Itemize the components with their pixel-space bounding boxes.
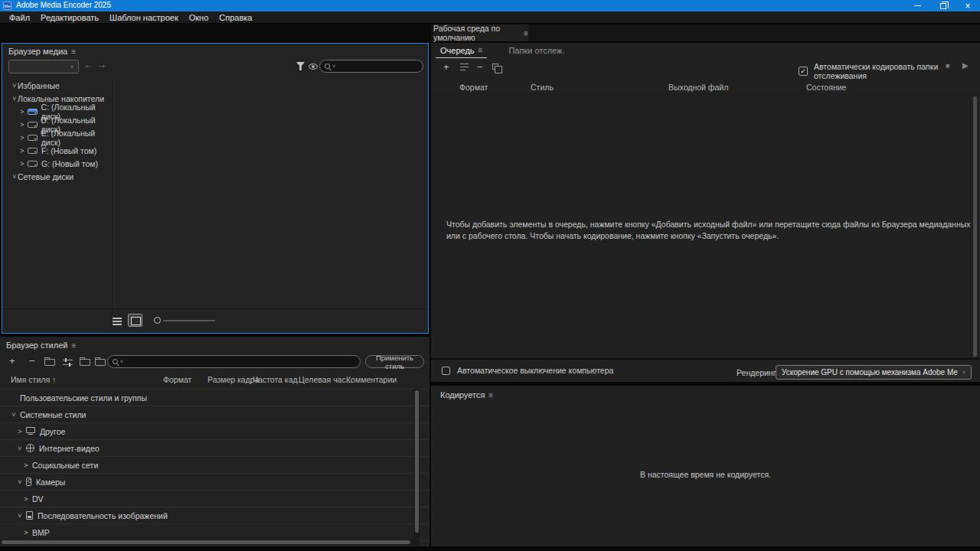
chevron-icon[interactable]: ˃ xyxy=(19,134,25,142)
remove-item-button[interactable]: − xyxy=(477,61,483,73)
scrollbar-thumb[interactable] xyxy=(2,540,410,544)
media-location-dropdown[interactable]: ˅ xyxy=(8,60,79,73)
stop-queue-button[interactable]: ■ xyxy=(946,62,949,70)
chevron-icon[interactable]: ˅ xyxy=(11,411,17,419)
media-search-box[interactable]: ˅ xyxy=(319,60,423,73)
renderer-dropdown[interactable]: Ускорение GPU с помощью механизма Adobe … xyxy=(776,365,972,380)
chevron-icon[interactable]: ˃ xyxy=(23,495,29,503)
preset-horizontal-scrollbar[interactable] xyxy=(0,540,420,545)
preset-group-other[interactable]: ˃ Другое xyxy=(0,423,430,440)
search-options-chevron-icon[interactable]: ˅ xyxy=(332,64,335,69)
chevron-icon[interactable]: ˅ xyxy=(11,82,18,90)
preset-toolbar: + − ˅ Применить стиль xyxy=(0,355,430,370)
close-button[interactable]: × xyxy=(957,0,978,11)
panel-menu-icon[interactable]: ≡ xyxy=(479,46,483,54)
preset-settings-button[interactable] xyxy=(63,358,73,367)
chevron-icon[interactable]: ˃ xyxy=(19,121,25,129)
duplicate-button[interactable] xyxy=(492,64,498,70)
preset-group-bmp[interactable]: ˃ BMP xyxy=(0,524,430,541)
preset-search-box[interactable]: ˅ xyxy=(107,355,361,368)
preset-row-label: Последовательность изображений xyxy=(38,511,168,520)
thumbnail-zoom-slider[interactable] xyxy=(154,316,217,325)
slider-knob[interactable] xyxy=(154,317,161,324)
chevron-icon[interactable]: ˃ xyxy=(19,108,25,116)
tree-item-drive-g[interactable]: ˃ G: (Новый том) xyxy=(2,157,113,170)
auto-shutdown-option[interactable]: Автоматическое выключение компьютера xyxy=(442,366,613,375)
search-options-chevron-icon[interactable]: ˅ xyxy=(120,359,123,364)
tree-item-network-drives[interactable]: ˅ Сетевые диски xyxy=(2,170,113,183)
preset-group-user[interactable]: Пользовательские стили и группы xyxy=(0,390,430,406)
add-output-button[interactable] xyxy=(460,64,469,70)
preset-search-input[interactable] xyxy=(126,357,355,366)
menu-window[interactable]: Окно xyxy=(184,11,214,24)
auto-shutdown-checkbox[interactable] xyxy=(442,367,450,375)
chevron-icon[interactable]: ˅ xyxy=(11,173,18,181)
chevron-icon[interactable]: ˃ xyxy=(19,147,25,155)
preview-eye-icon[interactable] xyxy=(309,64,318,70)
preset-group-image-sequence[interactable]: ˅ Последовательность изображений xyxy=(0,507,430,524)
queue-toolbar: + − ✓ Автоматически кодировать папки отс… xyxy=(431,61,980,75)
menu-edit[interactable]: Редактировать xyxy=(35,11,104,24)
tree-item-label: F: (Новый том) xyxy=(41,146,96,155)
globe-icon xyxy=(26,444,34,452)
menu-help[interactable]: Справка xyxy=(214,11,257,24)
media-browser-tab[interactable]: Браузер медиа ≡ xyxy=(8,47,76,56)
app-window: Me Adobe Media Encoder 2025 × Файл Редак… xyxy=(0,0,980,551)
chevron-icon[interactable]: ˅ xyxy=(17,478,23,486)
media-search-input[interactable] xyxy=(338,62,418,70)
auto-encode-checkbox[interactable]: ✓ xyxy=(799,67,808,76)
add-source-button[interactable]: + xyxy=(443,61,449,73)
tree-item-favorites[interactable]: ˅ Избранные xyxy=(2,79,113,92)
column-preset-name[interactable]: Имя стиля ↑ xyxy=(11,375,56,384)
panel-menu-icon[interactable]: ≡ xyxy=(488,391,493,399)
import-presets-button[interactable] xyxy=(80,359,90,366)
export-presets-button[interactable] xyxy=(95,359,106,366)
tree-item-drive-e[interactable]: ˃ E: (Локальный диск) xyxy=(2,131,113,144)
chevron-icon[interactable]: ˃ xyxy=(17,428,23,435)
tab-queue[interactable]: Очередь ≡ xyxy=(436,43,487,58)
forward-button[interactable]: → xyxy=(96,59,106,70)
list-view-button[interactable] xyxy=(113,317,122,325)
chevron-icon[interactable]: ˃ xyxy=(23,529,29,536)
delete-preset-button[interactable]: − xyxy=(29,355,35,367)
workspace-menu-icon[interactable]: ≡ xyxy=(524,29,528,37)
preset-group-social[interactable]: ˃ Социальные сети xyxy=(0,457,430,474)
preset-group-dv[interactable]: ˃ DV xyxy=(0,491,430,507)
preset-tree: Пользовательские стили и группы ˅ Систем… xyxy=(0,389,430,541)
panel-menu-icon[interactable]: ≡ xyxy=(71,47,76,56)
chevron-icon[interactable]: ˃ xyxy=(23,461,29,469)
chevron-icon[interactable]: ˃ xyxy=(19,160,25,168)
encoding-tab[interactable]: Кодируется ≡ xyxy=(440,390,493,399)
preset-vertical-scrollbar[interactable] xyxy=(414,389,420,539)
scrollbar-thumb[interactable] xyxy=(415,390,419,533)
workspace-tab[interactable]: Рабочая среда по умолчанию ≡ xyxy=(433,24,528,41)
new-preset-button[interactable]: + xyxy=(9,355,15,367)
tab-watch-folders[interactable]: Папки отслеж. xyxy=(504,43,569,58)
preset-row-label: Системные стили xyxy=(20,410,86,419)
start-queue-button[interactable]: ▶ xyxy=(962,61,969,70)
preset-group-cameras[interactable]: ˅ Камеры xyxy=(0,474,430,491)
restore-button[interactable] xyxy=(933,0,954,11)
minimize-button[interactable] xyxy=(906,0,928,11)
menu-preset[interactable]: Шаблон настроек xyxy=(104,11,184,24)
chevron-icon[interactable]: ˅ xyxy=(17,512,23,520)
chevron-down-icon: ˅ xyxy=(70,64,74,70)
tree-item-label: Сетевые диски xyxy=(18,172,74,181)
apply-preset-button[interactable]: Применить стиль xyxy=(365,355,424,368)
queue-panel: Очередь ≡ Папки отслеж. + − ✓ Автоматиче… xyxy=(431,43,980,382)
tree-item-drive-f[interactable]: ˃ F: (Новый том) xyxy=(2,144,113,157)
menu-file[interactable]: Файл xyxy=(4,11,35,24)
thumbnail-view-button[interactable] xyxy=(128,314,142,327)
chevron-icon[interactable]: ˅ xyxy=(11,95,18,103)
preset-group-web-video[interactable]: ˅ Интернет-видео xyxy=(0,440,430,457)
preset-browser-tab[interactable]: Браузер стилей ≡ xyxy=(6,341,76,350)
auto-encode-watch-folders[interactable]: ✓ Автоматически кодировать папки отслежи… xyxy=(799,62,980,80)
filter-icon[interactable] xyxy=(296,62,305,70)
panel-menu-icon[interactable]: ≡ xyxy=(71,341,76,350)
preset-group-system[interactable]: ˅ Системные стили xyxy=(0,406,430,423)
queue-scrollbar[interactable] xyxy=(973,96,977,357)
back-button[interactable]: ← xyxy=(83,59,93,70)
queue-tab-bar: Очередь ≡ Папки отслеж. xyxy=(431,43,570,58)
new-group-button[interactable] xyxy=(44,359,55,366)
chevron-icon[interactable]: ˅ xyxy=(17,445,23,452)
